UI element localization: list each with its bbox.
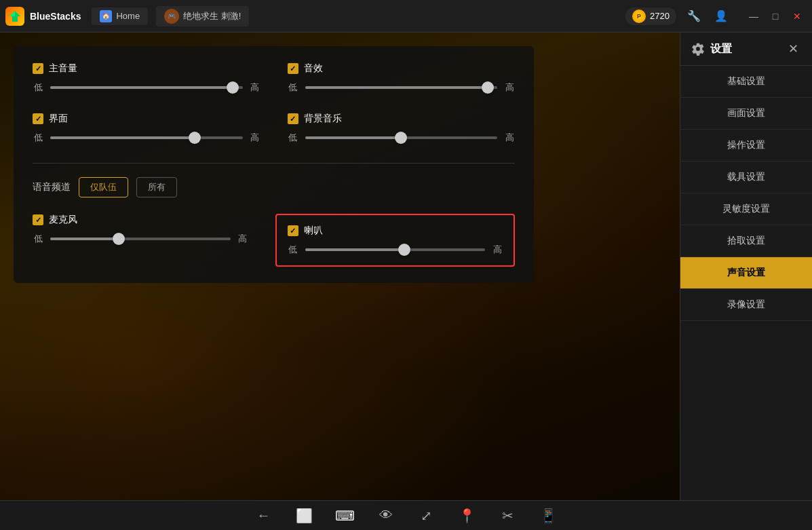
- menu-item-sound[interactable]: 声音设置: [680, 257, 812, 289]
- bg-music-label-row: 背景音乐: [288, 113, 516, 125]
- master-volume-thumb[interactable]: [227, 81, 239, 94]
- speaker-thumb[interactable]: [398, 244, 410, 256]
- maximize-button[interactable]: □: [766, 7, 785, 26]
- row-mic-speaker: 麦克风 低 高 喇叭: [33, 214, 515, 267]
- microphone-low: 低: [33, 233, 43, 245]
- interface-label-row: 界面: [33, 113, 260, 125]
- home-bottom-icon[interactable]: ⬜: [294, 505, 315, 527]
- back-icon[interactable]: ←: [253, 505, 275, 527]
- menu-item-controls[interactable]: 操作设置: [680, 130, 812, 162]
- sound-effects-track[interactable]: [305, 86, 498, 89]
- phone-icon[interactable]: 📱: [538, 505, 560, 527]
- menu-item-display[interactable]: 画面设置: [680, 98, 812, 130]
- sound-effects-checkbox[interactable]: [288, 63, 298, 74]
- expand-icon[interactable]: ⤢: [416, 505, 438, 527]
- microphone-checkbox[interactable]: [33, 214, 43, 225]
- speaker-highlighted-box: 喇叭 低 高: [275, 214, 516, 267]
- bg-music-thumb[interactable]: [395, 132, 407, 144]
- bottom-bar: ← ⬜ ⌨ 👁 ⤢ 📍 ✂ 📱: [0, 500, 812, 530]
- gear-icon: [691, 42, 705, 56]
- game-tab-label: 绝地求生 刺激!: [183, 10, 241, 22]
- master-volume-low: 低: [33, 81, 43, 94]
- home-icon: 🏠: [100, 10, 112, 22]
- microphone-track[interactable]: [50, 238, 231, 240]
- menu-item-sensitivity[interactable]: 灵敏度设置: [680, 193, 812, 225]
- coins-badge: P 2720: [625, 7, 676, 25]
- master-volume-label-row: 主音量: [33, 62, 260, 75]
- bg-music-high: 高: [504, 132, 515, 144]
- speaker-track[interactable]: [305, 248, 486, 251]
- location-icon[interactable]: 📍: [457, 505, 478, 527]
- bg-music-checkbox[interactable]: [288, 113, 298, 124]
- sound-effects-track-row: 低 高: [288, 81, 516, 94]
- game-tab[interactable]: 🎮 绝地求生 刺激!: [156, 6, 249, 26]
- interface-track-row: 低 高: [33, 132, 260, 144]
- titlebar: BlueStacks 🏠 Home 🎮 绝地求生 刺激! P 2720 🔧 👤 …: [0, 0, 812, 33]
- window-controls: — □ ✕: [744, 7, 807, 26]
- menu-item-record[interactable]: 录像设置: [680, 289, 812, 321]
- master-volume-track-row: 低 高: [33, 81, 260, 94]
- divider: [33, 163, 515, 164]
- keyboard-icon[interactable]: ⌨: [334, 505, 356, 527]
- voice-channel-label: 语音频道: [33, 181, 71, 193]
- master-volume-fill: [50, 86, 233, 89]
- master-volume-checkbox[interactable]: [33, 63, 43, 74]
- speaker-label: 喇叭: [304, 225, 323, 237]
- sound-effects-low: 低: [288, 81, 298, 94]
- sound-effects-label: 音效: [304, 62, 323, 75]
- eye-icon[interactable]: 👁: [375, 505, 397, 527]
- master-volume-label: 主音量: [49, 62, 77, 75]
- coins-amount: 2720: [650, 11, 670, 21]
- sound-effects-thumb[interactable]: [482, 81, 494, 94]
- settings-panel: 设置 ✕ 基础设置 画面设置 操作设置 载具设置 灵敏度设置 拾取设置 声音设置…: [680, 33, 812, 500]
- bg-music-fill: [305, 136, 402, 139]
- bg-music-track[interactable]: [305, 136, 498, 139]
- voice-all-button[interactable]: 所有: [136, 177, 177, 197]
- interface-group: 界面 低 高: [33, 113, 260, 144]
- row-master-sound: 主音量 低 高 音效: [33, 62, 515, 94]
- menu-item-vehicle[interactable]: 载具设置: [680, 162, 812, 193]
- microphone-label-row: 麦克风: [33, 214, 248, 226]
- settings-close-button[interactable]: ✕: [785, 41, 801, 57]
- speaker-low: 低: [288, 244, 298, 256]
- wrench-icon[interactable]: 🔧: [684, 7, 703, 26]
- sound-effects-fill: [305, 86, 488, 89]
- microphone-group: 麦克风 低 高: [33, 214, 248, 267]
- menu-item-pickup[interactable]: 拾取设置: [680, 225, 812, 257]
- bg-music-group: 背景音乐 低 高: [288, 113, 516, 144]
- interface-label: 界面: [49, 113, 68, 125]
- bg-music-low: 低: [288, 132, 298, 144]
- master-volume-high: 高: [250, 81, 260, 94]
- scissors-icon[interactable]: ✂: [497, 505, 519, 527]
- speaker-fill: [305, 248, 404, 251]
- master-volume-group: 主音量 低 高: [33, 62, 260, 94]
- svg-marker-1: [9, 11, 15, 16]
- minimize-button[interactable]: —: [744, 7, 763, 26]
- speaker-checkbox[interactable]: [288, 225, 298, 236]
- interface-track[interactable]: [50, 136, 243, 139]
- brand-name: BlueStacks: [30, 11, 81, 22]
- sound-effects-high: 高: [504, 81, 515, 94]
- menu-item-basic[interactable]: 基础设置: [680, 66, 812, 98]
- sound-settings-panel: 主音量 低 高 音效: [14, 46, 534, 283]
- voice-team-only-button[interactable]: 仅队伍: [79, 177, 128, 197]
- row-interface-bgmusic: 界面 低 高 背景音乐: [33, 113, 515, 144]
- user-icon[interactable]: 👤: [712, 7, 731, 26]
- settings-menu: 基础设置 画面设置 操作设置 载具设置 灵敏度设置 拾取设置 声音设置 录像设置: [680, 66, 812, 500]
- home-tab[interactable]: 🏠 Home: [92, 7, 148, 25]
- microphone-thumb[interactable]: [113, 233, 125, 245]
- microphone-track-row: 低 高: [33, 233, 248, 245]
- settings-title-row: 设置: [691, 42, 732, 56]
- microphone-fill: [50, 238, 119, 240]
- microphone-high: 高: [237, 233, 248, 245]
- speaker-group: 喇叭 低 高: [288, 225, 503, 256]
- settings-title: 设置: [710, 42, 732, 56]
- game-content: 主音量 低 高 音效: [0, 33, 680, 500]
- close-button[interactable]: ✕: [788, 7, 807, 26]
- interface-thumb[interactable]: [189, 132, 201, 144]
- interface-checkbox[interactable]: [33, 113, 43, 124]
- interface-fill: [50, 136, 195, 139]
- bluestacks-logo: [5, 7, 24, 26]
- master-volume-track[interactable]: [50, 86, 243, 89]
- speaker-high: 高: [492, 244, 503, 256]
